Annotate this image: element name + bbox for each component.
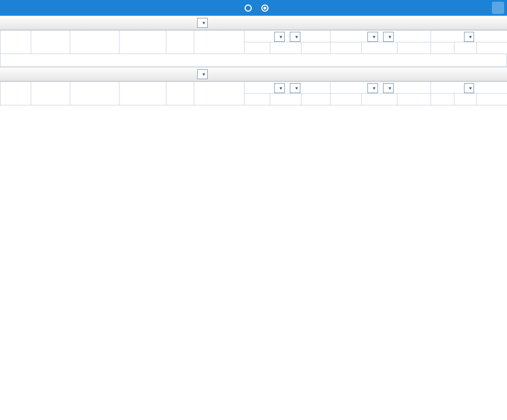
chevron-down-icon: ▼ (468, 35, 473, 40)
col-header-odds-home (245, 42, 270, 54)
col-header-avg-home (331, 42, 362, 54)
col-header-handicap (270, 94, 302, 105)
filter-controls: ▼ (195, 69, 209, 79)
recent-matches-table-hannover: ▼ ▼ ▼ ▼ ▼ (0, 81, 507, 105)
close-icon[interactable] (492, 2, 504, 14)
odds-source-select[interactable]: ▼ (274, 32, 285, 42)
col-header-corner (166, 31, 194, 54)
avg-odds-header: ▼ ▼ (331, 31, 431, 42)
col-header-result (431, 42, 455, 54)
col-header-result (431, 94, 455, 105)
col-header-odds-away (302, 42, 331, 54)
col-header-goals (477, 94, 507, 105)
chevron-down-icon: ▼ (294, 35, 299, 40)
col-header-odds-away (302, 94, 331, 105)
fulltime-select[interactable]: ▼ (464, 83, 475, 93)
col-header-avg-draw (362, 42, 398, 54)
layout-horizontal-radio[interactable] (261, 4, 270, 12)
chevron-down-icon: ▼ (202, 21, 206, 26)
col-header-score (119, 82, 166, 105)
odds-source-header: ▼ ▼ (245, 31, 331, 42)
chevron-down-icon: ▼ (294, 86, 299, 91)
chevron-down-icon: ▼ (468, 86, 473, 91)
odds-source-header: ▼ ▼ (245, 82, 331, 94)
filter-controls: ▼ (195, 18, 209, 28)
odds-final-select[interactable]: ▼ (290, 32, 300, 42)
col-header-avg-draw (362, 94, 398, 105)
section-header-paderborn: ▼ (0, 16, 507, 30)
fulltime-select[interactable]: ▼ (464, 32, 475, 42)
match-count-select[interactable]: ▼ (197, 18, 208, 28)
col-header-away (194, 82, 245, 105)
col-header-away (194, 31, 245, 54)
layout-vertical-radio[interactable] (245, 4, 253, 12)
radio-selected-icon (261, 4, 269, 12)
chevron-down-icon: ▼ (372, 35, 376, 40)
avg-odds-header: ▼ ▼ (331, 82, 431, 94)
chevron-down-icon: ▼ (372, 86, 376, 91)
avg-odds-select[interactable]: ▼ (367, 83, 378, 93)
col-header-handicap (270, 42, 302, 54)
chevron-down-icon: ▼ (279, 86, 283, 91)
col-header-avg-home (331, 94, 362, 105)
col-header-avg-away (398, 42, 431, 54)
fulltime-header: ▼ (431, 31, 507, 42)
match-count-select[interactable]: ▼ (197, 69, 208, 79)
col-header-home (70, 82, 119, 105)
odds-final-select[interactable]: ▼ (290, 83, 300, 93)
section-header-hannover: ▼ (0, 67, 507, 81)
col-header-odds-home (245, 94, 270, 105)
col-header-date (31, 31, 70, 54)
avg-odds-select[interactable]: ▼ (367, 32, 378, 42)
col-header-date (31, 82, 70, 105)
col-header-handicap-result (455, 94, 477, 105)
radio-icon (245, 4, 252, 12)
col-header-handicap-result (455, 42, 477, 54)
col-header-corner (166, 82, 194, 105)
avg-final-select[interactable]: ▼ (383, 83, 394, 93)
avg-final-select[interactable]: ▼ (383, 32, 394, 42)
col-header-goals (477, 42, 507, 54)
col-header-avg-away (398, 94, 431, 105)
chevron-down-icon: ▼ (388, 86, 392, 91)
odds-source-select[interactable]: ▼ (274, 83, 285, 93)
fulltime-header: ▼ (431, 82, 507, 94)
recent-matches-table-paderborn: ▼ ▼ ▼ ▼ ▼ (0, 30, 507, 54)
summary-bar (0, 54, 507, 67)
chevron-down-icon: ▼ (202, 72, 206, 77)
title-bar (0, 0, 507, 16)
chevron-down-icon: ▼ (388, 35, 392, 40)
col-header-score (119, 31, 166, 54)
col-header-home (70, 31, 119, 54)
col-header-type (1, 82, 31, 105)
col-header-type (1, 31, 31, 54)
chevron-down-icon: ▼ (279, 35, 283, 40)
